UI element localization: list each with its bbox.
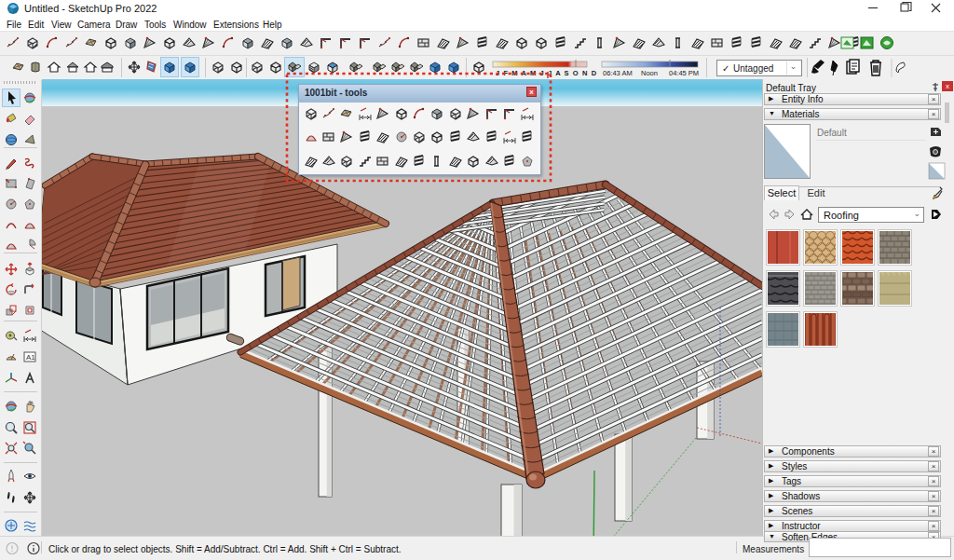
svg-text:06:43 AM: 06:43 AM [603,69,633,77]
svg-text:04:45 PM: 04:45 PM [669,69,699,77]
svg-text:Noon: Noon [641,69,658,77]
